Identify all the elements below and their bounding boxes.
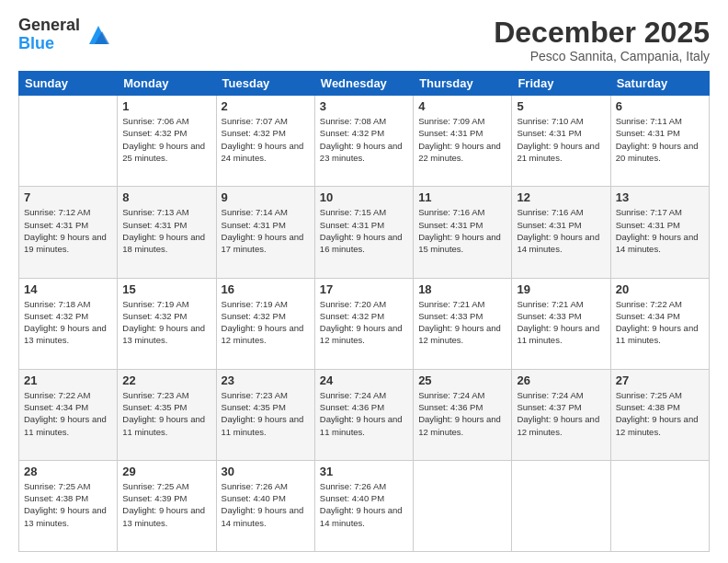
calendar-cell: 28 Sunrise: 7:25 AMSunset: 4:38 PMDaylig… — [19, 460, 118, 551]
calendar-table: Sunday Monday Tuesday Wednesday Thursday… — [18, 71, 710, 552]
calendar-cell: 30 Sunrise: 7:26 AMSunset: 4:40 PMDaylig… — [216, 460, 314, 551]
calendar-cell: 1 Sunrise: 7:06 AMSunset: 4:32 PMDayligh… — [118, 96, 216, 187]
day-number: 21 — [24, 373, 112, 387]
day-number: 8 — [122, 190, 210, 204]
calendar-cell: 2 Sunrise: 7:07 AMSunset: 4:32 PMDayligh… — [216, 96, 314, 187]
day-number: 1 — [122, 99, 210, 113]
calendar-cell: 10 Sunrise: 7:15 AMSunset: 4:31 PMDaylig… — [314, 187, 413, 278]
day-info: Sunrise: 7:11 AMSunset: 4:31 PMDaylight:… — [616, 115, 704, 164]
day-info: Sunrise: 7:09 AMSunset: 4:31 PMDaylight:… — [418, 115, 506, 164]
day-number: 5 — [517, 99, 605, 113]
calendar-cell: 27 Sunrise: 7:25 AMSunset: 4:38 PMDaylig… — [610, 369, 709, 460]
calendar-cell: 15 Sunrise: 7:19 AMSunset: 4:32 PMDaylig… — [118, 278, 216, 369]
logo-icon — [85, 22, 111, 48]
day-info: Sunrise: 7:20 AMSunset: 4:32 PMDaylight:… — [320, 298, 408, 347]
day-info: Sunrise: 7:10 AMSunset: 4:31 PMDaylight:… — [517, 115, 605, 164]
calendar-cell: 3 Sunrise: 7:08 AMSunset: 4:32 PMDayligh… — [314, 96, 413, 187]
day-number: 29 — [122, 465, 210, 478]
calendar-week-row: 7 Sunrise: 7:12 AMSunset: 4:31 PMDayligh… — [19, 187, 710, 278]
logo-text: General Blue — [18, 17, 80, 53]
calendar-cell: 20 Sunrise: 7:22 AMSunset: 4:34 PMDaylig… — [610, 278, 709, 369]
day-number: 13 — [616, 190, 704, 204]
day-number: 10 — [320, 190, 408, 204]
day-number: 23 — [222, 373, 310, 387]
header-row: Sunday Monday Tuesday Wednesday Thursday… — [19, 72, 710, 96]
calendar-cell: 22 Sunrise: 7:23 AMSunset: 4:35 PMDaylig… — [118, 369, 216, 460]
day-number: 19 — [517, 282, 605, 296]
calendar-cell: 23 Sunrise: 7:23 AMSunset: 4:35 PMDaylig… — [216, 369, 314, 460]
month-title: December 2025 — [494, 17, 710, 49]
day-info: Sunrise: 7:07 AMSunset: 4:32 PMDaylight:… — [222, 115, 310, 164]
day-info: Sunrise: 7:14 AMSunset: 4:31 PMDaylight:… — [222, 206, 310, 255]
day-info: Sunrise: 7:26 AMSunset: 4:40 PMDaylight:… — [320, 480, 408, 529]
day-info: Sunrise: 7:16 AMSunset: 4:31 PMDaylight:… — [517, 206, 605, 255]
day-info: Sunrise: 7:23 AMSunset: 4:35 PMDaylight:… — [222, 389, 310, 438]
day-info: Sunrise: 7:13 AMSunset: 4:31 PMDaylight:… — [122, 206, 210, 255]
calendar-cell: 19 Sunrise: 7:21 AMSunset: 4:33 PMDaylig… — [512, 278, 610, 369]
day-number: 28 — [24, 465, 112, 478]
col-saturday: Saturday — [610, 72, 709, 96]
calendar-cell: 6 Sunrise: 7:11 AMSunset: 4:31 PMDayligh… — [610, 96, 709, 187]
day-info: Sunrise: 7:24 AMSunset: 4:36 PMDaylight:… — [320, 389, 408, 438]
day-number: 27 — [616, 373, 704, 387]
calendar-cell: 13 Sunrise: 7:17 AMSunset: 4:31 PMDaylig… — [610, 187, 709, 278]
logo-blue: Blue — [18, 35, 80, 53]
header: General Blue December 2025 Pesco Sannita… — [18, 17, 710, 63]
day-number: 14 — [24, 282, 112, 296]
day-info: Sunrise: 7:17 AMSunset: 4:31 PMDaylight:… — [616, 206, 704, 255]
col-thursday: Thursday — [414, 72, 512, 96]
day-info: Sunrise: 7:08 AMSunset: 4:32 PMDaylight:… — [320, 115, 408, 164]
day-info: Sunrise: 7:25 AMSunset: 4:39 PMDaylight:… — [122, 480, 210, 529]
calendar-cell: 14 Sunrise: 7:18 AMSunset: 4:32 PMDaylig… — [19, 278, 118, 369]
calendar-cell: 16 Sunrise: 7:19 AMSunset: 4:32 PMDaylig… — [216, 278, 314, 369]
day-number: 11 — [418, 190, 506, 204]
day-info: Sunrise: 7:12 AMSunset: 4:31 PMDaylight:… — [24, 206, 112, 255]
calendar-week-row: 21 Sunrise: 7:22 AMSunset: 4:34 PMDaylig… — [19, 369, 710, 460]
day-info: Sunrise: 7:25 AMSunset: 4:38 PMDaylight:… — [24, 480, 112, 529]
day-number: 3 — [320, 99, 408, 113]
day-info: Sunrise: 7:15 AMSunset: 4:31 PMDaylight:… — [320, 206, 408, 255]
day-info: Sunrise: 7:25 AMSunset: 4:38 PMDaylight:… — [616, 389, 704, 438]
logo: General Blue — [18, 17, 111, 53]
calendar-cell — [414, 460, 512, 551]
col-wednesday: Wednesday — [314, 72, 413, 96]
calendar-cell: 21 Sunrise: 7:22 AMSunset: 4:34 PMDaylig… — [19, 369, 118, 460]
day-info: Sunrise: 7:19 AMSunset: 4:32 PMDaylight:… — [122, 298, 210, 347]
calendar-week-row: 1 Sunrise: 7:06 AMSunset: 4:32 PMDayligh… — [19, 96, 710, 187]
day-info: Sunrise: 7:23 AMSunset: 4:35 PMDaylight:… — [122, 389, 210, 438]
calendar-cell: 31 Sunrise: 7:26 AMSunset: 4:40 PMDaylig… — [314, 460, 413, 551]
calendar-cell: 17 Sunrise: 7:20 AMSunset: 4:32 PMDaylig… — [314, 278, 413, 369]
day-info: Sunrise: 7:19 AMSunset: 4:32 PMDaylight:… — [222, 298, 310, 347]
calendar-cell: 18 Sunrise: 7:21 AMSunset: 4:33 PMDaylig… — [414, 278, 512, 369]
calendar-cell: 9 Sunrise: 7:14 AMSunset: 4:31 PMDayligh… — [216, 187, 314, 278]
col-sunday: Sunday — [19, 72, 118, 96]
day-number: 2 — [222, 99, 310, 113]
calendar-cell: 5 Sunrise: 7:10 AMSunset: 4:31 PMDayligh… — [512, 96, 610, 187]
day-info: Sunrise: 7:22 AMSunset: 4:34 PMDaylight:… — [24, 389, 112, 438]
day-info: Sunrise: 7:24 AMSunset: 4:37 PMDaylight:… — [517, 389, 605, 438]
calendar-week-row: 28 Sunrise: 7:25 AMSunset: 4:38 PMDaylig… — [19, 460, 710, 551]
day-number: 22 — [122, 373, 210, 387]
calendar-cell: 11 Sunrise: 7:16 AMSunset: 4:31 PMDaylig… — [414, 187, 512, 278]
location: Pesco Sannita, Campania, Italy — [494, 49, 710, 63]
calendar-cell: 7 Sunrise: 7:12 AMSunset: 4:31 PMDayligh… — [19, 187, 118, 278]
col-tuesday: Tuesday — [216, 72, 314, 96]
day-info: Sunrise: 7:26 AMSunset: 4:40 PMDaylight:… — [222, 480, 310, 529]
day-number: 4 — [418, 99, 506, 113]
calendar-cell — [19, 96, 118, 187]
calendar-cell: 12 Sunrise: 7:16 AMSunset: 4:31 PMDaylig… — [512, 187, 610, 278]
calendar-cell: 29 Sunrise: 7:25 AMSunset: 4:39 PMDaylig… — [118, 460, 216, 551]
day-info: Sunrise: 7:21 AMSunset: 4:33 PMDaylight:… — [418, 298, 506, 347]
day-info: Sunrise: 7:06 AMSunset: 4:32 PMDaylight:… — [122, 115, 210, 164]
calendar-cell: 24 Sunrise: 7:24 AMSunset: 4:36 PMDaylig… — [314, 369, 413, 460]
day-number: 12 — [517, 190, 605, 204]
day-number: 31 — [320, 465, 408, 478]
col-monday: Monday — [118, 72, 216, 96]
calendar-cell — [512, 460, 610, 551]
day-number: 15 — [122, 282, 210, 296]
day-info: Sunrise: 7:21 AMSunset: 4:33 PMDaylight:… — [517, 298, 605, 347]
calendar-week-row: 14 Sunrise: 7:18 AMSunset: 4:32 PMDaylig… — [19, 278, 710, 369]
day-number: 24 — [320, 373, 408, 387]
day-info: Sunrise: 7:18 AMSunset: 4:32 PMDaylight:… — [24, 298, 112, 347]
day-info: Sunrise: 7:16 AMSunset: 4:31 PMDaylight:… — [418, 206, 506, 255]
